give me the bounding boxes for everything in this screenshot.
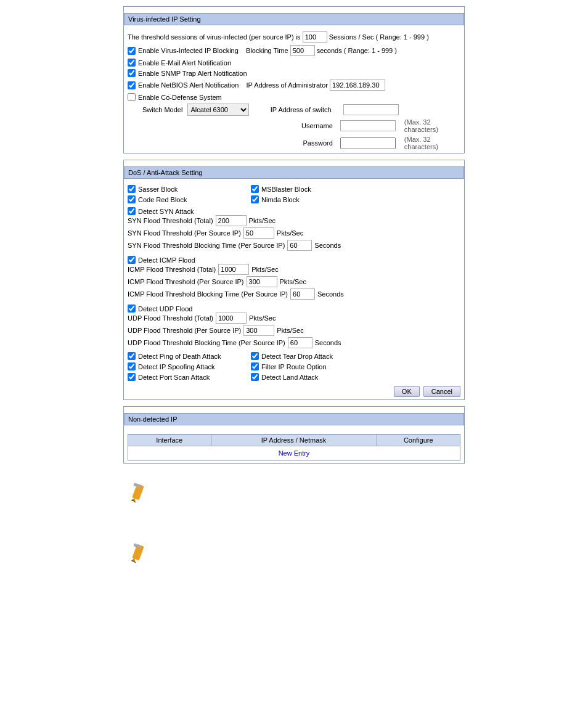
switch-model-label: Switch Model xyxy=(142,106,182,113)
udp-threshold-1: UDP Flood Threshold (Per Source IP) Pkts… xyxy=(128,325,341,336)
username-label: Username xyxy=(221,122,333,129)
ip-spoofing-text: Detect IP Spoofing Attack xyxy=(138,363,215,370)
port-scan-checkbox[interactable] xyxy=(128,373,136,381)
udp-threshold-label-2: UDP Flood Threshold Blocking Time (Per S… xyxy=(128,339,285,346)
msblaster-checkbox[interactable] xyxy=(251,185,259,193)
virus-section-wrapper: Virus-infected IP Setting The threshold … xyxy=(123,6,465,153)
icmp-thresholds: ICMP Flood Threshold (Total) Pkts/Sec IC… xyxy=(128,264,344,301)
icmp-threshold-input-1[interactable] xyxy=(247,276,277,287)
enable-codefense-row: Enable Co-Defense System xyxy=(128,93,460,101)
filter-ip-route-checkbox[interactable] xyxy=(251,362,259,370)
ip-spoofing-label[interactable]: Detect IP Spoofing Attack xyxy=(128,362,251,370)
non-detected-table: Interface IP Address / Netmask Configure… xyxy=(128,434,460,460)
threshold-input[interactable] xyxy=(303,31,327,43)
filter-ip-route-label[interactable]: Filter IP Route Option xyxy=(251,362,327,370)
ip-spoofing-col: Detect IP Spoofing Attack xyxy=(128,362,251,370)
ping-death-label[interactable]: Detect Ping of Death Attack xyxy=(128,352,251,360)
username-input[interactable] xyxy=(340,120,396,131)
blocking-time-input[interactable] xyxy=(290,45,315,56)
syn-threshold-input-0[interactable] xyxy=(216,215,247,226)
udp-label[interactable]: Detect UDP Flood xyxy=(128,305,251,313)
enable-snmp-text: Enable SNMP Trap Alert Notification xyxy=(138,70,247,77)
icmp-threshold-input-2[interactable] xyxy=(290,288,315,300)
icmp-left: Detect ICMP Flood xyxy=(128,255,251,264)
ok-button[interactable]: OK xyxy=(394,386,420,397)
enable-blocking-label[interactable]: Enable Virus-Infected IP Blocking xyxy=(128,47,239,55)
udp-flood-row: Detect UDP Flood UDP Flood Threshold (To… xyxy=(128,303,460,350)
udp-threshold-input-0[interactable] xyxy=(216,313,247,324)
filter-ip-route-text: Filter IP Route Option xyxy=(261,363,327,370)
enable-email-label[interactable]: Enable E-Mail Alert Notification xyxy=(128,59,231,67)
udp-threshold-input-2[interactable] xyxy=(288,337,312,348)
syn-threshold-unit-2: Seconds xyxy=(314,242,341,249)
new-entry-link[interactable]: New Entry xyxy=(279,449,310,457)
tear-drop-text: Detect Tear Drop Attack xyxy=(261,353,333,360)
enable-email-text: Enable E-Mail Alert Notification xyxy=(138,59,231,67)
enable-snmp-checkbox[interactable] xyxy=(128,69,136,77)
sasser-checkbox[interactable] xyxy=(128,185,136,193)
udp-threshold-unit-2: Seconds xyxy=(315,339,341,346)
syn-thresholds: SYN Flood Threshold (Total) Pkts/Sec SYN… xyxy=(128,215,341,252)
blocking-time-label: Blocking Time xyxy=(246,47,288,54)
enable-email-checkbox[interactable] xyxy=(128,59,136,67)
msblaster-label[interactable]: MSBlaster Block xyxy=(251,185,311,193)
port-scan-col: Detect Port Scan Attack xyxy=(128,373,251,381)
note-icon-1 xyxy=(123,482,465,505)
icmp-threshold-unit-2: Seconds xyxy=(317,290,344,298)
password-label: Password xyxy=(221,139,333,147)
enable-netbios-label[interactable]: Enable NetBIOS Alert Notification xyxy=(128,81,239,89)
syn-checkbox[interactable] xyxy=(128,207,136,215)
password-input[interactable] xyxy=(340,137,396,149)
syn-threshold-label-1: SYN Flood Threshold (Per Source IP) xyxy=(128,229,241,237)
threshold-range: ( Range: 1 - 999 ) xyxy=(376,33,429,41)
virus-section-title: Virus-infected IP Setting xyxy=(128,15,201,23)
syn-threshold-input-2[interactable] xyxy=(287,240,312,251)
table-header: Interface IP Address / Netmask Configure xyxy=(128,435,460,446)
threshold-row: The threshold sessions of virus-infected… xyxy=(128,31,460,43)
nimda-label[interactable]: Nimda Block xyxy=(251,195,300,203)
enable-snmp-label[interactable]: Enable SNMP Trap Alert Notification xyxy=(128,69,247,77)
syn-label[interactable]: Detect SYN Attack xyxy=(128,207,251,215)
udp-checkbox[interactable] xyxy=(128,305,136,313)
sasser-label[interactable]: Sasser Block xyxy=(128,185,251,193)
ping-death-checkbox[interactable] xyxy=(128,352,136,360)
nimda-checkbox[interactable] xyxy=(251,195,259,203)
switch-model-select[interactable]: Alcatel 6300 Cisco HP xyxy=(187,104,249,116)
land-attack-label[interactable]: Detect Land Attack xyxy=(251,373,318,381)
codered-label[interactable]: Code Red Block xyxy=(128,195,251,203)
udp-threshold-input-1[interactable] xyxy=(243,325,274,336)
dos-section-header: DoS / Anti-Attack Setting xyxy=(124,166,464,179)
udp-thresholds: UDP Flood Threshold (Total) Pkts/Sec UDP… xyxy=(128,313,341,350)
non-detected-body: Interface IP Address / Netmask Configure… xyxy=(124,429,464,463)
icmp-checkbox[interactable] xyxy=(128,256,136,264)
msblaster-col: MSBlaster Block xyxy=(251,185,311,193)
codered-checkbox[interactable] xyxy=(128,195,136,203)
main-container: Virus-infected IP Setting The threshold … xyxy=(0,0,588,578)
land-attack-checkbox[interactable] xyxy=(251,373,259,381)
icmp-threshold-input-0[interactable] xyxy=(218,264,249,275)
codered-nimda-row: Code Red Block Nimda Block xyxy=(128,195,460,203)
nimda-col: Nimda Block xyxy=(251,195,300,203)
enable-netbios-checkbox[interactable] xyxy=(128,81,136,89)
enable-codefense-checkbox[interactable] xyxy=(128,93,136,101)
port-scan-label[interactable]: Detect Port Scan Attack xyxy=(128,373,251,381)
ip-spoofing-checkbox[interactable] xyxy=(128,362,136,370)
blocking-time-unit: seconds xyxy=(317,47,342,54)
bottom-checks-row2: Detect IP Spoofing Attack Filter IP Rout… xyxy=(128,362,460,370)
tear-drop-checkbox[interactable] xyxy=(251,352,259,360)
enable-codefense-label[interactable]: Enable Co-Defense System xyxy=(128,93,222,101)
sasser-text: Sasser Block xyxy=(138,186,178,193)
syn-threshold-input-1[interactable] xyxy=(243,227,274,239)
admin-ip-input[interactable] xyxy=(330,80,385,91)
syn-threshold-unit-1: Pkts/Sec xyxy=(277,229,303,237)
cancel-button[interactable]: Cancel xyxy=(423,386,460,397)
codered-col: Code Red Block xyxy=(128,195,251,203)
port-scan-text: Detect Port Scan Attack xyxy=(138,374,210,381)
note-icons-container xyxy=(123,470,465,566)
enable-blocking-checkbox[interactable] xyxy=(128,47,136,55)
ip-switch-input[interactable] xyxy=(343,104,399,115)
udp-threshold-unit-1: Pkts/Sec xyxy=(277,327,303,334)
udp-threshold-label-0: UDP Flood Threshold (Total) xyxy=(128,314,213,322)
tear-drop-label[interactable]: Detect Tear Drop Attack xyxy=(251,352,333,360)
icmp-label[interactable]: Detect ICMP Flood xyxy=(128,256,251,264)
